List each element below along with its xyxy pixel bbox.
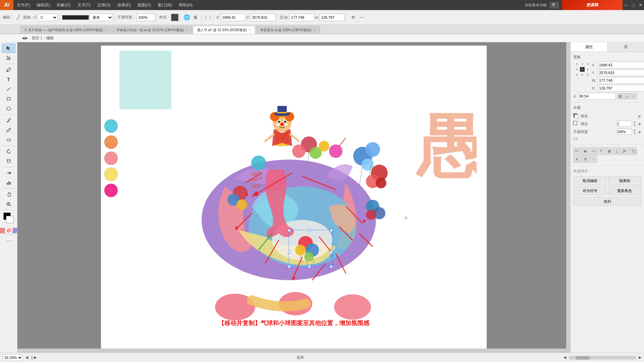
tool-zoom[interactable] [2, 199, 15, 209]
opacity-value-input[interactable]: 100% [617, 129, 632, 135]
rp-x-input[interactable]: 1999.42 [598, 62, 644, 68]
breadcrumb-group[interactable]: 编组 [46, 36, 54, 41]
anchor-bc[interactable] [580, 72, 585, 77]
more-align-icon[interactable]: ⋯ [589, 156, 597, 163]
close-button[interactable]: ✕ [637, 2, 644, 8]
align-right-icon[interactable]: ⊣ [589, 147, 597, 155]
tool-type[interactable]: T [2, 75, 15, 84]
menu-view[interactable]: 视图(V) [134, 0, 154, 10]
align-center-v-icon[interactable]: ⊞ [605, 147, 613, 155]
y-input[interactable]: 2570.815 [250, 14, 275, 21]
menu-effect[interactable]: 效果(E) [114, 0, 134, 10]
tool-hand[interactable] [2, 190, 15, 199]
anchor-mr[interactable] [585, 67, 590, 72]
tool-gradient[interactable] [2, 168, 15, 178]
tool-more[interactable]: ⋯ [2, 236, 15, 245]
tab-0[interactable]: 4. 关于纸张——国产特纸亮.ai @ 100% (CMYK/预览) × [20, 26, 111, 34]
breadcrumb-nav-left[interactable]: ◀ [22, 36, 24, 40]
dist-h-icon[interactable]: |⊢ [622, 147, 629, 155]
transform-icon[interactable]: ⟲ [349, 13, 357, 21]
opacity-input[interactable] [137, 14, 155, 21]
stroke-select[interactable]: C [38, 14, 58, 21]
page-nav-arrows[interactable]: ▶ [34, 355, 37, 360]
link-proportional-icon[interactable]: ⛓ [617, 93, 623, 99]
anchor-tc[interactable] [580, 62, 585, 66]
anchor-mc[interactable] [580, 67, 585, 72]
align-center-h-icon[interactable]: ⊕ [581, 147, 589, 155]
scroll-left[interactable]: ◀ [564, 355, 566, 360]
layer-arrange-icon[interactable]: ≡ [573, 156, 581, 163]
menu-object[interactable]: 对象(O) [53, 0, 74, 10]
stroke-down-arrow[interactable]: ▼ [633, 124, 637, 127]
h-input[interactable]: 126.797 [319, 14, 344, 21]
canvas-area[interactable]: April Fool's Day [17, 42, 570, 353]
save-symbol-button[interactable]: 存为符号 [573, 186, 607, 195]
tool-rotate[interactable] [2, 147, 15, 156]
color-mode-gradient[interactable] [12, 228, 18, 234]
tool-brush[interactable] [2, 116, 15, 125]
flip-h-icon[interactable]: ↔ [624, 93, 630, 99]
nav-prev[interactable]: ◀ [25, 355, 28, 360]
tool-bar-chart[interactable] [2, 178, 15, 187]
color-mode-fill[interactable] [0, 228, 5, 234]
menu-edit[interactable]: 编辑(E) [33, 0, 53, 10]
breadcrumb-nav-right[interactable]: ▶ [25, 36, 28, 40]
tab-1[interactable]: 字体设计作品一组.ai @ 16.67% (CMYK/预览) × [112, 26, 192, 34]
tool-pencil[interactable] [2, 125, 15, 135]
menu-file[interactable]: 文件(F) [13, 0, 33, 10]
anchor-br[interactable] [585, 72, 590, 77]
tool-scale[interactable] [2, 157, 15, 166]
zoom-select[interactable]: 33.33% [3, 354, 23, 361]
opacity-up-arrow[interactable]: ▲ [633, 129, 637, 132]
rp-y-input[interactable]: 2570.815 [598, 69, 644, 76]
color-mode-none[interactable]: ∅ [6, 228, 12, 234]
more-icon[interactable]: ⋯ [358, 13, 366, 21]
transform-again-icon[interactable]: ↺ [581, 156, 589, 163]
stroke-more-btn[interactable]: ▶ [639, 122, 641, 126]
vertical-scrollbar[interactable] [566, 42, 570, 353]
x-input[interactable]: 1999.42 [220, 14, 246, 21]
rp-tab-library[interactable]: 库 [607, 42, 644, 52]
w-input[interactable]: 177.748 [289, 14, 314, 21]
scroll-right[interactable]: ▶ [639, 355, 641, 360]
opacity-arrows[interactable]: ▲ ▼ [633, 129, 637, 135]
tab-2-close[interactable]: × [249, 28, 251, 32]
search-btn[interactable]: 🔍 [549, 2, 559, 8]
stroke-style-select[interactable]: 基本 [90, 14, 113, 21]
isolate-button[interactable]: 隔离组 [608, 176, 642, 185]
tool-select[interactable] [2, 44, 15, 53]
menu-text[interactable]: 文字(T) [74, 0, 94, 10]
appearance-more[interactable]: ⋯ [638, 107, 641, 111]
tab-0-close[interactable]: × [105, 28, 107, 32]
tool-eraser[interactable] [2, 135, 15, 144]
recolor-button[interactable]: 重新着色 [608, 186, 642, 195]
flip-v-icon[interactable]: ↕ [631, 93, 637, 99]
breadcrumb-layer[interactable]: 图层 1 [32, 36, 42, 41]
tool-ellipse[interactable] [2, 104, 15, 113]
rp-tab-properties[interactable]: 属性 [571, 42, 607, 52]
ungroup-button[interactable]: 取消编组 [573, 176, 607, 185]
maximize-button[interactable]: □ [630, 2, 637, 8]
transform-more[interactable]: ⋯ [638, 95, 641, 98]
rp-w-input[interactable]: 177.748 [598, 77, 644, 84]
tool-direct-select[interactable] [2, 53, 15, 63]
align-left-icon[interactable]: ⊢ [573, 147, 581, 155]
globe-icon[interactable]: 🌐 [183, 13, 191, 21]
tool-line[interactable] [2, 84, 15, 94]
fill-expand[interactable]: ▶ [639, 114, 641, 118]
menu-anchor[interactable]: 定锋(S) [94, 0, 114, 10]
horizontal-scrollbar-thumb[interactable] [576, 356, 589, 360]
align-icon[interactable]: ⋮⋮ [204, 13, 212, 21]
horizontal-scrollbar-track[interactable] [569, 356, 636, 359]
minimize-button[interactable]: ─ [623, 2, 629, 8]
stroke-weight-arrows[interactable]: ▲ ▼ [633, 121, 637, 127]
anchor-tl[interactable] [575, 62, 579, 66]
tab-3[interactable]: 华音音乐.ai @ 150% (CMYK/预览) × [256, 26, 320, 34]
menu-window[interactable]: 窗口(W) [154, 0, 175, 10]
opacity-more[interactable]: ▶ [639, 130, 641, 134]
anchor-tr[interactable] [585, 62, 590, 66]
tab-1-close[interactable]: × [186, 28, 188, 32]
stroke-icon[interactable]: ╱ [14, 13, 22, 21]
stroke-color-box[interactable] [6, 216, 13, 223]
opacity-down-arrow[interactable]: ▼ [633, 132, 637, 135]
